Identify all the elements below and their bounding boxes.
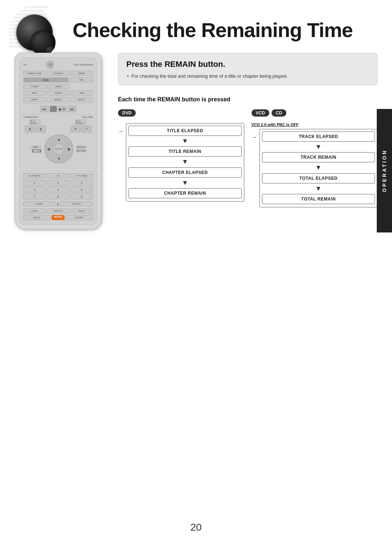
info-btn[interactable]: INFO xyxy=(32,149,42,153)
arrow6: ▼ xyxy=(262,185,375,193)
nav-left-arrow[interactable]: ◀ xyxy=(47,147,50,151)
remote-header-row: TV ⏻ DVD RECEIVER xyxy=(23,61,93,69)
score-btn[interactable]: SCORE xyxy=(66,215,93,220)
magic-btn[interactable]: MAGIC xyxy=(47,97,69,102)
mute-btn[interactable]: MUTE xyxy=(70,208,93,214)
tuner-btn[interactable]: TUNER xyxy=(23,84,46,89)
dvd-flow-column: DVD → TITLE ELAPSED ▼ TITLE REMAIN ▼ CHA… xyxy=(118,109,244,208)
minus-btn[interactable]: − xyxy=(81,125,91,133)
down-btn[interactable]: ∨ xyxy=(36,125,46,133)
flow-columns: DVD → TITLE ELAPSED ▼ TITLE REMAIN ▼ CHA… xyxy=(118,109,377,208)
press-description: For checking the total and remaining tim… xyxy=(126,73,369,80)
btn-7[interactable]: 7 xyxy=(23,194,46,199)
volume-row: TURBO/SCH VOLUME xyxy=(23,116,93,118)
next-btn[interactable]: ⏭ xyxy=(68,106,77,112)
vcd-entry-arrow: → xyxy=(252,134,257,141)
btn-8[interactable]: 8 xyxy=(47,194,69,199)
arrow1: ▼ xyxy=(128,137,242,145)
pl-effect-btn[interactable]: PL.X EFFECT xyxy=(75,119,86,125)
nav-area: LIMIT INFO ▲ ▼ ◀ ▶ ENTER DISPLAY xyxy=(23,134,93,163)
open-close-btn[interactable]: OPEN/CLOSE xyxy=(23,71,46,76)
stop-btn[interactable] xyxy=(50,106,57,112)
pl-mode-btn[interactable]: PL.X MODE xyxy=(30,119,41,125)
tv-video-btn[interactable]: TV/VIDEO xyxy=(47,71,69,76)
title-remain-box: TITLE REMAIN xyxy=(128,146,242,157)
remain-btn[interactable]: REMAIN xyxy=(52,215,65,220)
band-btn[interactable]: BAND xyxy=(47,84,70,89)
enter-label: ENTER xyxy=(55,148,62,150)
prev-btn[interactable]: ⏮ xyxy=(40,106,49,112)
pty-tone-btn[interactable]: PTY/TONE xyxy=(70,173,93,178)
setup-btn[interactable]: SETUP xyxy=(23,215,50,220)
number-grid: 1 2 3 4 5 6 7 8 9 xyxy=(23,180,93,199)
dvd-entry-arrow: → xyxy=(118,128,124,135)
power-button[interactable]: ⏻ xyxy=(46,61,54,69)
ta-btn[interactable]: TA xyxy=(47,173,69,178)
page-title: Checking the Remaining Time xyxy=(73,11,353,42)
main-content: TV ⏻ DVD RECEIVER OPEN/CLOSE TV/VIDEO MO… xyxy=(0,49,392,237)
volume-label: VOLUME xyxy=(82,116,93,118)
up-down-btns: ∧ ∨ xyxy=(25,125,46,133)
chapter-elapsed-box: CHAPTER ELAPSED xyxy=(128,167,242,178)
logo-btn[interactable]: LOGO xyxy=(23,208,46,214)
sub-btn[interactable]: SUB·W xyxy=(47,90,69,96)
up-btn[interactable]: ∧ xyxy=(25,125,35,133)
open-close-row: OPEN/CLOSE TV/VIDEO MODE xyxy=(23,71,93,76)
arrow4: ▼ xyxy=(262,143,375,151)
remote-top-section: TV ⏻ DVD RECEIVER OPEN/CLOSE TV/VIDEO MO… xyxy=(19,57,97,169)
plus-btn[interactable]: + xyxy=(70,125,81,133)
transport-controls: ⏮ ▶⏸ ⏭ xyxy=(23,106,93,112)
plus-minus-btns: + − xyxy=(70,125,91,133)
vcd-flow-column: VCD CD VCD 2.0 with PBC is OFF → TRACK E… xyxy=(252,109,378,208)
remote-control: TV ⏻ DVD RECEIVER OPEN/CLOSE TV/VIDEO MO… xyxy=(15,53,102,230)
mode-btn[interactable]: MODE xyxy=(70,71,93,76)
dvd-btn[interactable]: DVD xyxy=(23,77,69,82)
dvd-flow-wrapper: TITLE ELAPSED ▼ TITLE REMAIN ▼ CHAPTER E… xyxy=(126,123,244,202)
left-btns: LIMIT INFO xyxy=(30,146,42,153)
btn-4[interactable]: 4 xyxy=(23,187,46,193)
play-pause-btn[interactable]: ▶⏸ xyxy=(58,106,67,112)
mode-vol-row: PL.X MODE ∧ ∨ PL.X EFFECT + − xyxy=(25,119,91,133)
btn-2[interactable]: 2 xyxy=(47,180,69,186)
bottom-row: LOGO DISPLAY MUTE xyxy=(23,208,93,214)
pbc-note: VCD 2.0 with PBC is OFF xyxy=(252,122,378,127)
nav-right-arrow[interactable]: ▶ xyxy=(68,147,71,151)
remote-bottom-section: PLAYBACK TA PTY/TONE 1 2 3 4 5 6 7 8 9 S… xyxy=(19,170,97,225)
display2-btn[interactable]: DISPLAY xyxy=(47,208,69,214)
dvd-receiver-label: DVD RECEIVER xyxy=(74,64,93,66)
right-btns: DISPLAY RETURN xyxy=(76,146,86,152)
btn-5[interactable]: 5 xyxy=(47,187,69,193)
nav-ring[interactable]: ▲ ▼ ◀ ▶ ENTER xyxy=(44,134,73,163)
sub2-btn[interactable]: SUB xyxy=(70,90,93,96)
btn-3[interactable]: 3 xyxy=(70,180,93,186)
btn-6[interactable]: 6 xyxy=(70,187,93,193)
sleep-btn[interactable]: SLEEP xyxy=(23,201,56,206)
display-btn[interactable]: DISPLAY xyxy=(76,146,86,149)
enter-btn[interactable]: ENTER xyxy=(53,143,64,154)
dvd-flow-items: → TITLE ELAPSED ▼ TITLE REMAIN ▼ CHAPTER… xyxy=(118,123,244,202)
btn-0[interactable]: 0 xyxy=(57,201,59,207)
vcd-cd-badges: VCD CD xyxy=(252,109,378,119)
nav-up-arrow[interactable]: ▲ xyxy=(57,137,61,141)
min-btn[interactable]: MIN xyxy=(70,77,93,82)
surr-btn[interactable]: SURR. xyxy=(23,97,46,102)
vcd-flow-items: → TRACK ELAPSED ▼ TRACK REMAIN ▼ TOTAL E… xyxy=(252,129,378,208)
disc-sub-row: DISC SUB·W SUB xyxy=(23,90,93,96)
disc-btn[interactable]: DISC xyxy=(23,90,46,96)
remote-container: TV ⏻ DVD RECEIVER OPEN/CLOSE TV/VIDEO MO… xyxy=(15,53,111,230)
track-elapsed-box: TRACK ELAPSED xyxy=(262,131,375,142)
btn-9[interactable]: 9 xyxy=(70,194,93,199)
press-title: Press the REMAIN button. xyxy=(126,60,369,69)
lens-decoration xyxy=(16,15,53,51)
playback-btn[interactable]: PLAYBACK xyxy=(23,173,46,178)
limit-btn[interactable]: LIMIT xyxy=(30,146,42,149)
btn-1[interactable]: 1 xyxy=(23,180,46,186)
return-btn[interactable]: RETURN xyxy=(76,149,86,152)
nav-down-arrow[interactable]: ▼ xyxy=(57,157,61,161)
night-btn[interactable]: NIGHT xyxy=(70,97,93,102)
turbo-label: TURBO/SCH xyxy=(23,116,38,118)
arrow5: ▼ xyxy=(262,164,375,172)
cd-badge: CD xyxy=(271,109,286,117)
cancel-btn[interactable]: CANCEL xyxy=(60,201,93,206)
nav-buttons-row: SURR. MAGIC NIGHT xyxy=(23,97,93,102)
